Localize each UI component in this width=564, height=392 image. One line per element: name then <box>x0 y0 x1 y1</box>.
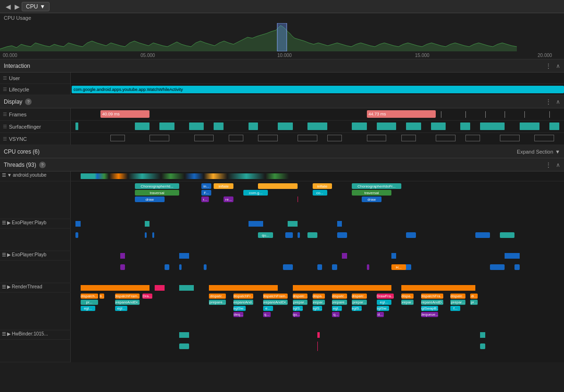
rt-prepar5: prepar... <box>401 300 414 305</box>
lifecycle-bar: com.google.android.apps.youtube.app.Watc… <box>72 86 564 93</box>
lifecycle-label: ☰ Lifecycle <box>0 84 71 95</box>
v7 <box>327 135 342 141</box>
sf-block-1 <box>75 122 78 130</box>
cpu-cores-expand-btn[interactable]: Expand Section ▼ <box>517 149 560 155</box>
rt-eglswapb: eglSwapB... <box>421 306 439 311</box>
threads-menu[interactable]: ⋮ <box>545 161 552 169</box>
threads-title: Threads (93) ? <box>4 162 46 168</box>
frames-bar-1-text: 40.09 ms <box>102 112 120 116</box>
user-row: ☰ User <box>0 73 564 84</box>
user-label-text: User <box>9 75 20 81</box>
rt-expand: ▶ <box>7 284 11 289</box>
rt-dispatc6: dispatc... <box>450 294 465 299</box>
ep2-b2 <box>165 264 169 270</box>
threads-collapse[interactable]: ∧ <box>556 162 560 168</box>
threads-title-label: Threads (93) <box>4 162 36 168</box>
interaction-menu[interactable]: ⋮ <box>545 62 552 70</box>
ep1-label-text: ExoPlayer:Playb <box>12 220 46 225</box>
sf-block-14 <box>480 122 505 130</box>
rt-prepareand1: prepareAnd... <box>233 300 253 305</box>
lifecycle-label-text: Lifecycle <box>9 87 29 92</box>
threads-controls: ⋮ ∧ <box>545 161 560 169</box>
frames-bar-2: 44.73 ms <box>367 110 436 118</box>
hw-menu-icon: ☰ <box>2 331 6 336</box>
back-button[interactable]: ◀ <box>4 3 13 10</box>
exoplayer1-content-row: qu... <box>0 229 564 251</box>
title-dropdown[interactable]: CPU ▼ <box>22 2 50 11</box>
ay-block-inflate-long <box>258 183 298 189</box>
ep2-H: H... <box>391 264 406 270</box>
v11 <box>465 135 480 141</box>
v5 <box>258 135 278 141</box>
lifecycle-row: ☰ Lifecycle com.google.android.apps.yout… <box>0 84 564 95</box>
ep2-menu-icon: ☰ <box>2 252 6 257</box>
rt-prepar6: prepar... <box>450 300 465 305</box>
interaction-header: Interaction ⋮ ∧ <box>0 59 564 73</box>
rt-prepare2: prepare... <box>332 300 347 305</box>
cpu-cores-label: CPU cores (6) <box>4 148 40 155</box>
rt-pr2: pr... <box>470 300 478 305</box>
svg-marker-0 <box>0 25 517 51</box>
display-controls: ⋮ ∧ <box>545 98 560 106</box>
ep2-b3 <box>179 264 182 270</box>
lifecycle-content: com.google.android.apps.youtube.app.Watc… <box>71 84 564 95</box>
user-menu-icon: ☰ <box>3 75 7 81</box>
threads-help[interactable]: ? <box>39 162 46 168</box>
ep2-b1 <box>120 264 125 270</box>
ep2-header-content <box>71 251 564 261</box>
interaction-controls: ⋮ ∧ <box>545 62 560 70</box>
main-scroll[interactable]: Interaction ⋮ ∧ ☰ User ☰ Lifecycle com.g… <box>0 59 564 392</box>
forward-button[interactable]: ▶ <box>13 3 22 10</box>
hwbinder-content-row <box>0 340 564 362</box>
display-menu[interactable]: ⋮ <box>545 98 552 106</box>
ay-expand-arrow: ▼ <box>7 172 12 178</box>
renderthread-content-row: dispatch... di... dispatchFram... Dra...… <box>0 293 564 330</box>
user-content <box>71 73 564 83</box>
ay-block-traversal1: traversal <box>135 190 179 196</box>
exoplayer2-content-label <box>0 261 71 283</box>
sf-block-6 <box>249 122 258 130</box>
hwbinder-content-label <box>0 340 71 362</box>
exoplayer2-label: ☰ ▶ ExoPlayer:Playb <box>0 251 71 260</box>
v6 <box>298 135 317 141</box>
ep2-b4 <box>204 264 206 270</box>
interaction-collapse[interactable]: ∧ <box>556 63 560 69</box>
ay-block-inflate2: inflate <box>313 183 332 189</box>
tick-6 <box>549 111 550 118</box>
ep1-expand: ▶ <box>7 220 11 225</box>
v13 <box>534 135 554 141</box>
sf-block-5 <box>214 122 224 130</box>
v10 <box>436 135 456 141</box>
ep1-b8 <box>406 232 416 238</box>
vsync-content <box>71 133 564 145</box>
hwbinder-header: ☰ ▶ HwBinder:1015... <box>0 330 564 340</box>
surfaceflinger-row: ☰ Surfaceflinger <box>0 121 564 133</box>
rt-dispatc3: dispatc... <box>293 294 307 299</box>
surfaceflinger-label: ☰ Surfaceflinger <box>0 121 71 132</box>
v8 <box>367 135 387 141</box>
rt-di2: di... <box>470 294 478 299</box>
rt-dispatchfr2: dispatchFr... <box>233 294 253 299</box>
tick-4 <box>505 111 505 118</box>
expand-label: Expand Section <box>517 149 553 155</box>
sf-block-12 <box>431 122 446 130</box>
rt-eglsw2: eglSw... <box>377 306 389 311</box>
sf-block-7 <box>278 122 292 130</box>
frames-bar-2-text: 44.73 ms <box>369 112 386 116</box>
ep1-b4 <box>285 232 293 238</box>
ep1-b5 <box>298 232 300 238</box>
v3 <box>194 135 214 141</box>
ep1-menu-icon: ☰ <box>2 220 6 225</box>
frames-menu-icon: ☰ <box>3 112 7 117</box>
display-help[interactable]: ? <box>25 98 32 105</box>
vsync-menu-icon: ☰ <box>3 136 7 141</box>
expand-arrow: ▼ <box>555 149 560 155</box>
time-ruler: 00.000 05.000 10.000 15.000 20.000 <box>0 51 564 59</box>
ep1-b10 <box>500 232 514 238</box>
ep2-b7 <box>332 264 337 270</box>
ep1-b6 <box>307 232 317 238</box>
cpu-cores-title: CPU cores (6) <box>4 148 40 155</box>
ay-block-choreo2: Choreographer#doFr... <box>352 183 401 189</box>
frames-content: 40.09 ms 44.73 ms <box>71 108 564 120</box>
display-collapse[interactable]: ∧ <box>556 98 560 105</box>
